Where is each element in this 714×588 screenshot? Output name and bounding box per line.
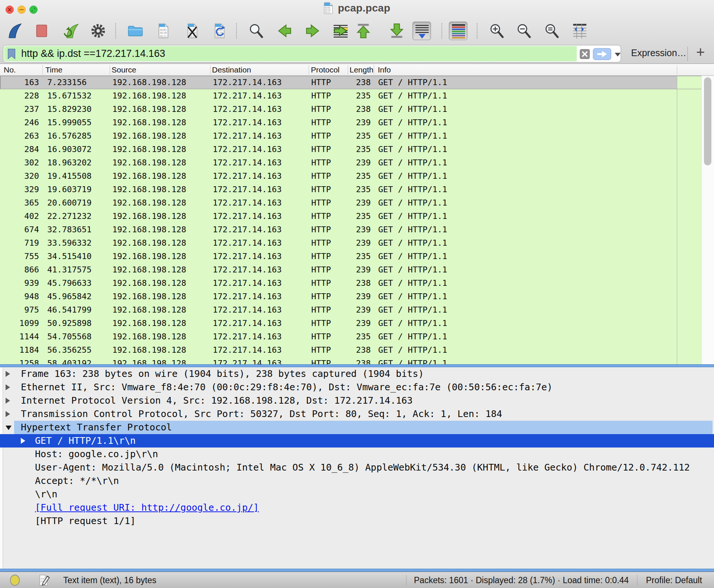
column-header-separator[interactable]: [374, 65, 374, 75]
stop-capture-button[interactable]: [32, 22, 51, 40]
column-header-separator[interactable]: [348, 65, 348, 75]
detail-line-http-full-uri[interactable]: [Full request URI: http://google.co.jp/]: [0, 501, 714, 514]
expression-button[interactable]: Expression…: [631, 48, 686, 58]
expand-arrow-icon[interactable]: [6, 371, 10, 377]
scrollbar-thumb[interactable]: [704, 77, 711, 165]
packet-row-674[interactable]: 67432.783651192.168.198.128172.217.14.16…: [0, 223, 701, 236]
collapse-arrow-icon[interactable]: [6, 426, 12, 430]
filter-history-dropdown[interactable]: [615, 53, 621, 56]
find-packet-button[interactable]: [247, 22, 266, 40]
zoom-in-button[interactable]: [488, 22, 506, 40]
expert-info-icon[interactable]: [9, 575, 21, 586]
reload-file-button[interactable]: 010101100111: [210, 22, 229, 40]
column-header-destination[interactable]: Destination: [212, 64, 251, 76]
column-header-time[interactable]: Time: [45, 64, 62, 76]
detail-line-http-host[interactable]: Host: google.co.jp\r\n: [0, 448, 714, 461]
packet-row-1258[interactable]: 125858.403192192.168.198.128172.217.14.1…: [0, 357, 701, 364]
display-filter-value[interactable]: http && ip.dst ==172.217.14.163: [21, 48, 165, 59]
display-filter-input[interactable]: http && ip.dst ==172.217.14.163: [4, 46, 577, 61]
column-header-separator[interactable]: [210, 65, 210, 75]
detail-line-http-request-count[interactable]: [HTTP request 1/1]: [0, 514, 714, 528]
detail-line-tcp[interactable]: Transmission Control Protocol, Src Port:…: [0, 407, 714, 421]
column-header-source[interactable]: Source: [112, 64, 136, 76]
cell-info: GET / HTTP/1.1: [378, 169, 676, 183]
zoom-out-button[interactable]: [515, 22, 533, 40]
packet-row-939[interactable]: 93945.796633192.168.198.128172.217.14.16…: [0, 277, 701, 290]
start-capture-button[interactable]: [6, 22, 24, 40]
column-header-protocol[interactable]: Protocol: [311, 64, 340, 76]
packet-row-1099[interactable]: 109950.925898192.168.198.128172.217.14.1…: [0, 317, 701, 330]
packet-row-365[interactable]: 36520.600719192.168.198.128172.217.14.16…: [0, 196, 701, 210]
display-filter-field[interactable]: http && ip.dst ==172.217.14.163: [3, 45, 621, 62]
resize-columns-button[interactable]: [570, 22, 589, 40]
packet-row-163[interactable]: 1637.233156192.168.198.128172.217.14.163…: [0, 76, 701, 89]
add-filter-button[interactable]: +: [696, 44, 705, 61]
cell-destination: 172.217.14.163: [213, 277, 309, 290]
column-header-separator[interactable]: [110, 65, 110, 75]
detail-text: User-Agent: Mozilla/5.0 (Macintosh; Inte…: [35, 461, 690, 474]
cell-no: 948: [0, 290, 39, 303]
packet-row-402[interactable]: 40222.271232192.168.198.128172.217.14.16…: [0, 210, 701, 223]
go-to-packet-button[interactable]: [331, 22, 350, 40]
expand-arrow-icon[interactable]: [6, 398, 10, 404]
packet-row-1184[interactable]: 118456.356255192.168.198.128172.217.14.1…: [0, 343, 701, 357]
packet-row-263[interactable]: 26316.576285192.168.198.128172.217.14.16…: [0, 129, 701, 143]
column-header-separator[interactable]: [42, 65, 43, 75]
next-packet-button[interactable]: [303, 22, 322, 40]
last-packet-button[interactable]: [387, 22, 406, 40]
packet-row-237[interactable]: 23715.829230192.168.198.128172.217.14.16…: [0, 103, 701, 116]
detail-text: Host: google.co.jp\r\n: [35, 448, 158, 461]
cell-source: 192.168.198.128: [112, 183, 210, 196]
column-header-info[interactable]: Info: [378, 64, 391, 76]
detail-line-frame[interactable]: Frame 163: 238 bytes on wire (1904 bits)…: [0, 367, 714, 381]
close-file-button[interactable]: 010101100111: [183, 22, 202, 40]
previous-packet-button[interactable]: [275, 22, 294, 40]
detail-line-ethernet[interactable]: Ethernet II, Src: Vmware_f8:4e:70 (00:0c…: [0, 381, 714, 394]
zoom-original-button[interactable]: [543, 22, 561, 40]
packet-row-228[interactable]: 22815.671532192.168.198.128172.217.14.16…: [0, 89, 701, 103]
pane-splitter-top[interactable]: [0, 364, 714, 367]
first-packet-button[interactable]: [354, 22, 373, 40]
profile-status[interactable]: Profile: Default: [646, 572, 702, 588]
colorize-button[interactable]: [449, 22, 467, 40]
packet-row-329[interactable]: 32919.603719192.168.198.128172.217.14.16…: [0, 183, 701, 196]
packet-row-755[interactable]: 75534.515410192.168.198.128172.217.14.16…: [0, 250, 701, 263]
packet-list-scrollbar[interactable]: [701, 76, 714, 364]
packet-row-719[interactable]: 71933.596332192.168.198.128172.217.14.16…: [0, 236, 701, 250]
clear-filter-button[interactable]: [579, 48, 591, 60]
cell-source: 192.168.198.128: [112, 223, 210, 236]
expand-arrow-icon[interactable]: [6, 411, 10, 417]
cell-no: 975: [0, 303, 39, 317]
column-header-separator[interactable]: [677, 65, 677, 75]
packet-row-975[interactable]: 97546.541799192.168.198.128172.217.14.16…: [0, 303, 701, 317]
toolbar-separator: [115, 23, 116, 39]
detail-line-http-user-agent[interactable]: User-Agent: Mozilla/5.0 (Macintosh; Inte…: [0, 461, 714, 474]
cell-time: 19.415508: [47, 169, 110, 183]
apply-filter-button[interactable]: [593, 48, 611, 60]
restart-capture-button[interactable]: [62, 22, 80, 40]
packet-row-866[interactable]: 86641.317575192.168.198.128172.217.14.16…: [0, 263, 701, 277]
packet-row-246[interactable]: 24615.999055192.168.198.128172.217.14.16…: [0, 116, 701, 129]
detail-line-http[interactable]: Hypertext Transfer Protocol: [0, 421, 714, 434]
packet-row-1144[interactable]: 114454.705568192.168.198.128172.217.14.1…: [0, 330, 701, 343]
bookmark-icon[interactable]: [7, 48, 16, 60]
packet-row-302[interactable]: 30218.963202192.168.198.128172.217.14.16…: [0, 156, 701, 169]
detail-line-ip[interactable]: Internet Protocol Version 4, Src: 192.16…: [0, 394, 714, 407]
auto-scroll-button[interactable]: [412, 22, 431, 40]
expand-arrow-icon[interactable]: [6, 384, 10, 390]
packet-row-948[interactable]: 94845.965842192.168.198.128172.217.14.16…: [0, 290, 701, 303]
column-header-no[interactable]: No.: [4, 64, 16, 76]
column-header-length[interactable]: Length: [350, 64, 373, 76]
capture-options-button[interactable]: [89, 22, 107, 40]
open-file-button[interactable]: [126, 22, 145, 40]
expand-arrow-icon[interactable]: [21, 438, 25, 444]
packet-row-320[interactable]: 32019.415508192.168.198.128172.217.14.16…: [0, 169, 701, 183]
column-header-separator[interactable]: [309, 65, 309, 75]
detail-line-http-crlf[interactable]: \r\n: [0, 488, 714, 501]
detail-line-http-accept[interactable]: Accept: */*\r\n: [0, 474, 714, 488]
packet-row-284[interactable]: 28416.903072192.168.198.128172.217.14.16…: [0, 143, 701, 156]
capture-comment-icon[interactable]: 0101 0110: [37, 574, 51, 587]
pane-splitter-bottom[interactable]: [0, 569, 714, 572]
save-file-button[interactable]: 010101100111: [154, 22, 173, 40]
detail-line-http-request-line[interactable]: GET / HTTP/1.1\r\n: [0, 434, 714, 448]
